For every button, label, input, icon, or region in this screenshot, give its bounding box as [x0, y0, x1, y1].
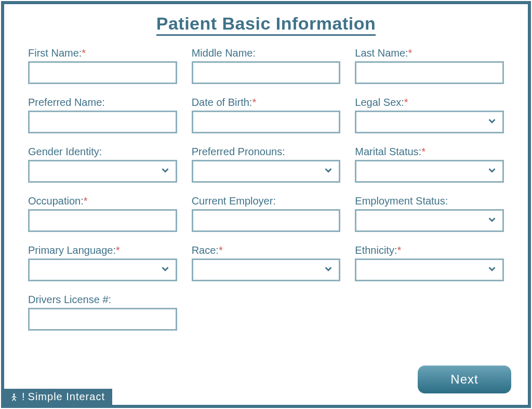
required-marker: * — [84, 195, 88, 207]
form-frame: Patient Basic Information First Name:* M… — [1, 1, 531, 408]
required-marker: * — [408, 47, 413, 59]
field-occupation: Occupation:* — [28, 195, 177, 232]
label-employment-status: Employment Status: — [355, 195, 504, 207]
required-marker: * — [116, 244, 120, 256]
input-middle-name[interactable] — [192, 61, 341, 84]
field-ethnicity: Ethnicity:* — [355, 244, 504, 281]
brand-text: Simple Interact — [28, 391, 105, 403]
select-ethnicity[interactable] — [355, 258, 504, 281]
label-race: Race:* — [192, 244, 341, 256]
field-gender-identity: Gender Identity: — [28, 146, 177, 183]
input-last-name[interactable] — [355, 61, 504, 84]
brand-exclaim-icon: ! — [22, 391, 25, 403]
field-preferred-pronouns: Preferred Pronouns: — [192, 146, 341, 183]
field-preferred-name: Preferred Name: — [28, 97, 177, 133]
field-race: Race:* — [192, 244, 341, 281]
input-occupation[interactable] — [28, 209, 177, 232]
field-primary-language: Primary Language:* — [28, 244, 177, 281]
field-middle-name: Middle Name: — [192, 47, 341, 84]
required-marker: * — [219, 244, 223, 256]
required-marker: * — [421, 146, 425, 157]
select-employment-status[interactable] — [355, 209, 504, 232]
page-title: Patient Basic Information — [4, 13, 528, 34]
label-legal-sex: Legal Sex:* — [355, 97, 504, 108]
input-current-employer[interactable] — [192, 209, 341, 232]
label-middle-name: Middle Name: — [192, 47, 341, 59]
field-first-name: First Name:* — [28, 47, 177, 84]
required-marker: * — [82, 47, 86, 59]
select-primary-language[interactable] — [28, 258, 177, 281]
field-last-name: Last Name:* — [355, 47, 504, 84]
brand-tag: ! Simple Interact — [4, 389, 112, 405]
field-legal-sex: Legal Sex:* — [355, 97, 504, 133]
label-gender-identity: Gender Identity: — [28, 146, 177, 158]
label-occupation: Occupation:* — [28, 195, 177, 207]
label-preferred-pronouns: Preferred Pronouns: — [192, 146, 341, 158]
required-marker: * — [252, 97, 256, 108]
label-last-name: Last Name:* — [355, 47, 504, 59]
select-gender-identity[interactable] — [28, 160, 177, 183]
label-first-name: First Name:* — [28, 47, 177, 59]
form-grid: First Name:* Middle Name: Last Name:* Pr… — [4, 34, 528, 331]
input-preferred-name[interactable] — [28, 111, 177, 133]
input-first-name[interactable] — [28, 61, 177, 84]
select-preferred-pronouns[interactable] — [192, 160, 341, 183]
required-marker: * — [397, 244, 401, 256]
field-marital-status: Marital Status:* — [355, 146, 504, 183]
field-date-of-birth: Date of Birth:* — [192, 97, 341, 133]
label-preferred-name: Preferred Name: — [28, 97, 177, 108]
label-current-employer: Current Employer: — [192, 195, 341, 207]
select-marital-status[interactable] — [355, 160, 504, 183]
required-marker: * — [404, 97, 408, 108]
field-drivers-license: Drivers License #: — [28, 294, 177, 331]
label-primary-language: Primary Language:* — [28, 244, 177, 256]
next-button[interactable]: Next — [418, 365, 511, 393]
label-ethnicity: Ethnicity:* — [355, 244, 504, 256]
brand-logo-icon — [9, 392, 19, 402]
field-employment-status: Employment Status: — [355, 195, 504, 232]
label-marital-status: Marital Status:* — [355, 146, 504, 158]
svg-point-0 — [13, 393, 15, 395]
field-current-employer: Current Employer: — [192, 195, 341, 232]
input-drivers-license[interactable] — [28, 308, 177, 331]
input-date-of-birth[interactable] — [192, 111, 341, 133]
label-date-of-birth: Date of Birth:* — [192, 97, 341, 108]
select-race[interactable] — [192, 258, 341, 281]
select-legal-sex[interactable] — [355, 111, 504, 133]
label-drivers-license: Drivers License #: — [28, 294, 177, 306]
